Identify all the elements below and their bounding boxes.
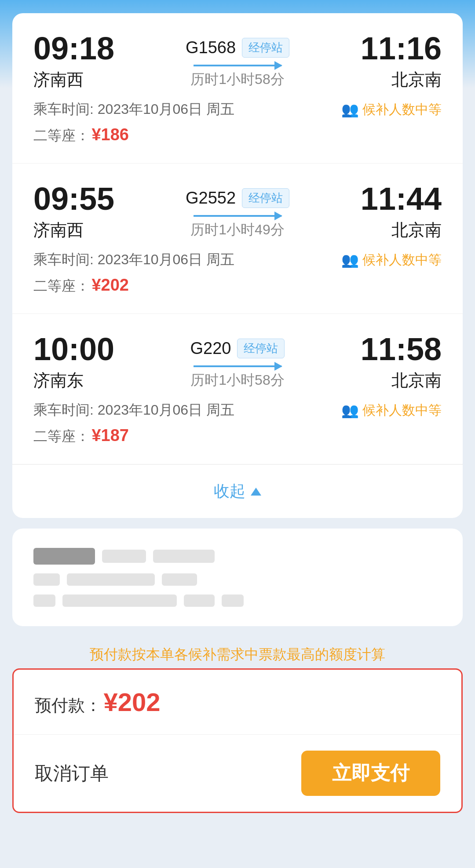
- blur-block-f: [184, 594, 215, 607]
- waiting-icon-2: 👥: [341, 252, 359, 268]
- train-arrow-1: [194, 65, 281, 66]
- seat-label-3: 二等座：: [33, 428, 90, 444]
- jingting-badge-2[interactable]: 经停站: [242, 188, 289, 208]
- blurred-info: [33, 548, 442, 607]
- payment-amount-row: 预付款： ¥202: [14, 670, 461, 735]
- notice-text: 预付款按本单各候补需求中票款最高的额度计算: [77, 644, 398, 665]
- depart-station-2: 济南西: [33, 219, 114, 241]
- train-item-1: 09:18 济南西 G1568 经停站 历时1小时58分 11:16 北京南: [12, 13, 463, 164]
- collapse-label: 收起: [214, 481, 245, 502]
- page-wrapper: 09:18 济南西 G1568 经停站 历时1小时58分 11:16 北京南: [0, 0, 475, 868]
- collapse-arrow-icon: [251, 488, 261, 496]
- depart-station-3: 济南东: [33, 369, 114, 392]
- blurred-row-1: [33, 548, 442, 565]
- waiting-badge-2: 👥 候补人数中等: [341, 251, 442, 269]
- arrive-time-3: 11:58: [361, 333, 442, 365]
- seat-label-1: 二等座：: [33, 128, 90, 143]
- train-arrow-3: [194, 365, 281, 367]
- depart-station-1: 济南西: [33, 69, 114, 91]
- depart-time-3: 10:00: [33, 333, 114, 365]
- blur-block-g: [222, 594, 244, 607]
- arrive-info-3: 11:58 北京南: [361, 333, 442, 392]
- train-middle-1: G1568 经停站 历时1小时58分: [128, 33, 347, 89]
- depart-info-2: 09:55 济南西: [33, 183, 114, 241]
- payment-actions: 取消订单 立即支付: [14, 735, 461, 812]
- train-duration-1: 历时1小时58分: [190, 70, 284, 89]
- waiting-badge-1: 👥 候补人数中等: [341, 101, 442, 119]
- waiting-text-3: 候补人数中等: [362, 401, 442, 419]
- blur-block-e: [62, 594, 177, 607]
- jingting-badge-3[interactable]: 经停站: [237, 339, 285, 358]
- blur-block-c: [162, 573, 197, 586]
- train-number-3: G220: [190, 339, 231, 358]
- blur-block-a: [33, 573, 60, 586]
- train-number-2: G2552: [186, 189, 236, 208]
- train-date-1: 乘车时间: 2023年10月06日 周五: [33, 100, 234, 119]
- payment-box: 预付款： ¥202 取消订单 立即支付: [12, 668, 463, 813]
- arrive-station-2: 北京南: [391, 219, 442, 241]
- seat-label-2: 二等座：: [33, 278, 90, 294]
- order-card: [12, 529, 463, 626]
- depart-time-1: 09:18: [33, 33, 114, 64]
- waiting-badge-3: 👥 候补人数中等: [341, 401, 442, 419]
- collapse-button[interactable]: 收起: [12, 464, 463, 518]
- payment-amount: ¥202: [103, 688, 160, 716]
- arrive-time-1: 11:16: [361, 33, 442, 64]
- jingting-badge-1[interactable]: 经停站: [242, 38, 289, 58]
- blur-block-name: [33, 548, 95, 565]
- cancel-order-button[interactable]: 取消订单: [35, 761, 109, 786]
- blur-block-d: [33, 594, 55, 607]
- train-item-2: 09:55 济南西 G2552 经停站 历时1小时49分 11:44 北京南: [12, 164, 463, 314]
- blur-block-id2: [153, 550, 215, 563]
- depart-info-1: 09:18 济南西: [33, 33, 114, 91]
- train-arrow-2: [194, 215, 281, 217]
- waiting-icon-1: 👥: [341, 101, 359, 118]
- train-item-3: 10:00 济南东 G220 经停站 历时1小时58分 11:58 北京南: [12, 314, 463, 464]
- waiting-text-2: 候补人数中等: [362, 251, 442, 269]
- depart-info-3: 10:00 济南东: [33, 333, 114, 392]
- arrive-info-2: 11:44 北京南: [361, 183, 442, 241]
- seat-price-1: ¥186: [91, 125, 129, 144]
- train-date-2: 乘车时间: 2023年10月06日 周五: [33, 250, 234, 270]
- train-date-3: 乘车时间: 2023年10月06日 周五: [33, 401, 234, 420]
- blur-block-id1: [102, 550, 146, 563]
- train-middle-2: G2552 经停站 历时1小时49分: [128, 183, 347, 240]
- blur-block-b: [67, 573, 155, 586]
- seat-price-3: ¥187: [91, 426, 129, 445]
- waiting-text-1: 候补人数中等: [362, 101, 442, 119]
- depart-time-2: 09:55: [33, 183, 114, 215]
- blurred-row-3: [33, 594, 442, 607]
- train-number-1: G1568: [186, 38, 236, 57]
- train-duration-2: 历时1小时49分: [190, 220, 284, 240]
- arrive-time-2: 11:44: [361, 183, 442, 215]
- payment-label: 预付款：: [35, 696, 102, 715]
- arrive-station-3: 北京南: [391, 369, 442, 392]
- arrive-info-1: 11:16 北京南: [361, 33, 442, 91]
- blurred-row-2: [33, 573, 442, 586]
- tickets-card: 09:18 济南西 G1568 经停站 历时1小时58分 11:16 北京南: [12, 13, 463, 518]
- waiting-icon-3: 👥: [341, 402, 359, 419]
- train-middle-3: G220 经停站 历时1小时58分: [128, 333, 347, 390]
- arrive-station-1: 北京南: [391, 69, 442, 91]
- seat-price-2: ¥202: [91, 276, 129, 294]
- train-duration-3: 历时1小时58分: [190, 371, 284, 390]
- pay-now-button[interactable]: 立即支付: [301, 751, 440, 796]
